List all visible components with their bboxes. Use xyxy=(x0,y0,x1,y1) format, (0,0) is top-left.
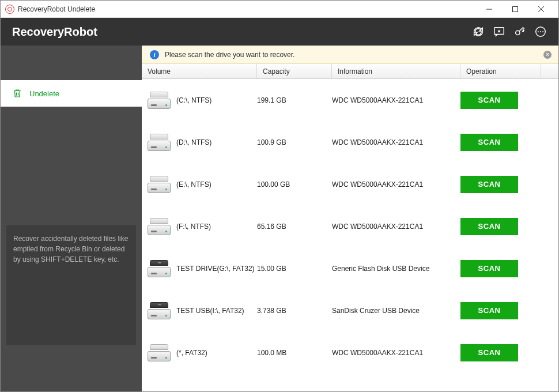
trash-icon xyxy=(12,88,22,99)
op-cell: SCAN xyxy=(460,302,558,319)
svg-point-7 xyxy=(538,31,539,32)
info-icon: i xyxy=(150,50,159,59)
sidebar-item-label: Undelete xyxy=(29,89,59,98)
hdd-drive-icon xyxy=(148,134,171,151)
main-panel: i Please scan the drive you want to reco… xyxy=(142,46,558,391)
svg-point-8 xyxy=(540,31,541,32)
volume-cell: TEST DRIVE(G:\, FAT32) xyxy=(176,265,257,273)
drive-row[interactable]: (C:\, NTFS)199.1 GBWDC WD5000AAKX-221CA1… xyxy=(142,79,558,121)
scan-button[interactable]: SCAN xyxy=(460,302,518,319)
drive-row[interactable]: ⎓TEST DRIVE(G:\, FAT32)15.00 GBGeneric F… xyxy=(142,247,558,289)
volume-cell: (*, FAT32) xyxy=(176,349,257,357)
feedback-icon[interactable] xyxy=(493,25,505,38)
op-cell: SCAN xyxy=(460,92,558,109)
drive-icon-cell xyxy=(142,134,176,151)
info-cell: WDC WD5000AAKX-221CA1 xyxy=(332,349,460,357)
svg-point-9 xyxy=(542,31,543,32)
drive-icon-cell: ⎓ xyxy=(142,260,176,277)
notice-text: Please scan the drive you want to recove… xyxy=(165,51,294,59)
drive-icon-cell xyxy=(142,92,176,109)
hdd-drive-icon xyxy=(148,92,171,109)
op-cell: SCAN xyxy=(460,218,558,235)
scan-button[interactable]: SCAN xyxy=(460,92,518,109)
minimize-button[interactable] xyxy=(476,1,502,17)
drive-row[interactable]: (F:\, NTFS)65.16 GBWDC WD5000AAKX-221CA1… xyxy=(142,205,558,247)
window-title: RecoveryRobot Undelete xyxy=(18,5,95,13)
capacity-cell: 100.0 MB xyxy=(257,349,332,357)
usb-drive-icon: ⎓ xyxy=(148,302,171,319)
volume-cell: TEST USB(I:\, FAT32) xyxy=(176,307,257,315)
drive-row[interactable]: (*, FAT32)100.0 MBWDC WD5000AAKX-221CA1S… xyxy=(142,331,558,374)
col-pad xyxy=(541,64,558,78)
volume-cell: (D:\, NTFS) xyxy=(176,138,257,146)
capacity-cell: 3.738 GB xyxy=(257,307,332,315)
header-bar: RecoveryRobot xyxy=(1,18,558,46)
svg-point-5 xyxy=(516,31,520,35)
usb-drive-icon: ⎓ xyxy=(148,260,171,277)
drive-list[interactable]: (C:\, NTFS)199.1 GBWDC WD5000AAKX-221CA1… xyxy=(142,79,558,391)
info-cell: WDC WD5000AAKX-221CA1 xyxy=(332,96,460,104)
hdd-drive-icon xyxy=(148,218,171,235)
scan-button[interactable]: SCAN xyxy=(460,260,518,277)
capacity-cell: 199.1 GB xyxy=(257,96,332,104)
more-icon[interactable] xyxy=(534,25,547,38)
capacity-cell: 15.00 GB xyxy=(257,265,332,273)
volume-cell: (E:\, NTFS) xyxy=(176,180,257,189)
hdd-drive-icon xyxy=(148,176,171,193)
hdd-drive-icon xyxy=(148,344,171,361)
op-cell: SCAN xyxy=(460,260,558,277)
drive-icon-cell xyxy=(142,344,176,361)
notice-bar: i Please scan the drive you want to reco… xyxy=(142,46,558,64)
scan-button[interactable]: SCAN xyxy=(460,176,518,193)
col-volume[interactable]: Volume xyxy=(142,64,257,78)
op-cell: SCAN xyxy=(460,176,558,193)
window-controls xyxy=(476,1,554,17)
maximize-button[interactable] xyxy=(502,1,528,17)
info-cell: WDC WD5000AAKX-221CA1 xyxy=(332,223,460,231)
volume-cell: (F:\, NTFS) xyxy=(176,223,257,231)
info-cell: WDC WD5000AAKX-221CA1 xyxy=(332,138,460,146)
info-cell: SanDisk Cruzer USB Device xyxy=(332,307,460,315)
svg-rect-1 xyxy=(512,6,518,12)
drive-icon-cell xyxy=(142,218,176,235)
info-cell: Generic Flash Disk USB Device xyxy=(332,265,460,273)
app-icon xyxy=(5,5,14,14)
body: Undelete Recover accidentally deleted fi… xyxy=(1,46,558,391)
refresh-icon[interactable] xyxy=(472,25,485,38)
drive-row[interactable]: (D:\, NTFS)100.9 GBWDC WD5000AAKX-221CA1… xyxy=(142,121,558,163)
titlebar: RecoveryRobot Undelete xyxy=(1,1,558,18)
brand-label: RecoveryRobot xyxy=(12,25,97,39)
volume-cell: (C:\, NTFS) xyxy=(176,96,257,104)
drive-icon-cell xyxy=(142,176,176,193)
close-button[interactable] xyxy=(528,1,554,17)
sidebar-item-undelete[interactable]: Undelete xyxy=(1,80,142,107)
col-information[interactable]: Information xyxy=(332,64,460,78)
capacity-cell: 65.16 GB xyxy=(257,223,332,231)
close-notice-button[interactable]: ✕ xyxy=(543,51,552,59)
info-cell: WDC WD5000AAKX-221CA1 xyxy=(332,180,460,189)
sidebar-desc-wrap: Recover accidentally deleted files like … xyxy=(1,225,142,391)
drive-icon-cell: ⎓ xyxy=(142,302,176,319)
key-icon[interactable] xyxy=(513,25,526,38)
capacity-cell: 100.00 GB xyxy=(257,180,332,189)
sidebar-spacer xyxy=(1,107,142,225)
drive-row[interactable]: ⎓TEST USB(I:\, FAT32)3.738 GBSanDisk Cru… xyxy=(142,289,558,331)
scan-button[interactable]: SCAN xyxy=(460,218,518,235)
sidebar-spacer-top xyxy=(1,46,142,80)
capacity-cell: 100.9 GB xyxy=(257,138,332,146)
sidebar-description: Recover accidentally deleted files like … xyxy=(6,225,136,345)
col-capacity[interactable]: Capacity xyxy=(257,64,332,78)
sidebar: Undelete Recover accidentally deleted fi… xyxy=(1,46,142,391)
drive-row[interactable]: (E:\, NTFS)100.00 GBWDC WD5000AAKX-221CA… xyxy=(142,163,558,205)
op-cell: SCAN xyxy=(460,134,558,151)
app-window: RecoveryRobot Undelete RecoveryRobot xyxy=(0,0,559,392)
op-cell: SCAN xyxy=(460,344,558,361)
scan-button[interactable]: SCAN xyxy=(460,134,518,151)
scan-button[interactable]: SCAN xyxy=(460,344,518,361)
header-tools xyxy=(472,25,547,38)
col-operation[interactable]: Operation xyxy=(460,64,541,78)
grid-header: Volume Capacity Information Operation xyxy=(142,64,558,79)
